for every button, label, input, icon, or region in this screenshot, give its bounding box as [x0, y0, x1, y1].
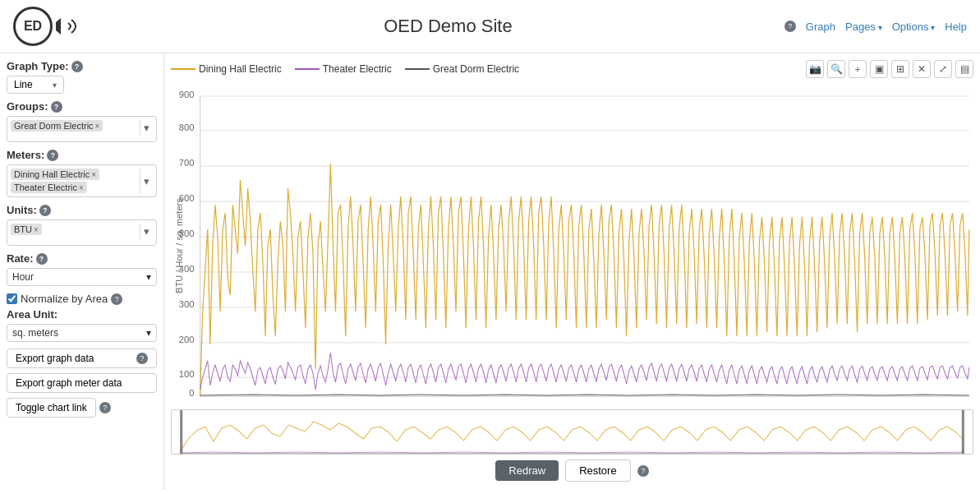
- chart-bottom-btns: Redraw Restore ?: [171, 455, 973, 483]
- chart-help-icon[interactable]: ?: [637, 465, 649, 477]
- graph-help-icon[interactable]: ?: [784, 21, 796, 32]
- svg-text:Jul 2020: Jul 2020: [316, 400, 351, 402]
- logo-body-icon: [56, 18, 64, 35]
- svg-text:Jul 2022: Jul 2022: [889, 400, 923, 402]
- groups-help-icon[interactable]: ?: [51, 101, 62, 113]
- meters-label: Meters: ?: [7, 149, 157, 161]
- unit-tag-0: BTU ×: [11, 224, 42, 235]
- normalize-help-icon[interactable]: ?: [111, 293, 122, 305]
- add-tool-btn[interactable]: ＋: [849, 60, 867, 78]
- area-unit-label: Area Unit:: [7, 308, 157, 321]
- toggle-chart-button[interactable]: Toggle chart link: [7, 398, 96, 418]
- help-link[interactable]: Help: [945, 21, 967, 33]
- legend-item-2: Great Dorm Electric: [405, 63, 519, 75]
- meters-help-icon[interactable]: ?: [47, 150, 58, 161]
- options-label[interactable]: Options: [892, 21, 936, 33]
- pan-tool-btn[interactable]: ⊞: [891, 60, 909, 78]
- logo-text: ED: [24, 19, 42, 34]
- groups-select-row: Great Dorm Electric × ▾: [11, 120, 153, 136]
- chart-wrapper: 900 800 700 600 500 400 300 200 100 0 BT…: [171, 81, 973, 483]
- rate-select[interactable]: Hour ▾: [7, 268, 157, 286]
- logo-waves: [67, 16, 81, 36]
- groups-label: Groups: ?: [7, 100, 157, 113]
- units-chevron[interactable]: ▾: [140, 224, 153, 239]
- redraw-button[interactable]: Redraw: [495, 460, 559, 481]
- meters-select[interactable]: Dining Hall Electric × Theater Electric …: [7, 164, 157, 197]
- main-content: Graph Type: ? Line Groups: ? Great Dorm …: [0, 53, 980, 490]
- meter-tag-label-0: Dining Hall Electric: [14, 169, 90, 179]
- svg-text:Jan 2020: Jan 2020: [182, 400, 219, 402]
- legend-label-2: Great Dorm Electric: [433, 63, 519, 75]
- speaker-waves-icon: [67, 16, 81, 36]
- reset-tool-btn[interactable]: ✕: [913, 60, 931, 78]
- units-label: Units: ?: [7, 204, 157, 216]
- zoom-tool-btn[interactable]: 🔍: [827, 60, 845, 78]
- autoscale-tool-btn[interactable]: ⤢: [934, 60, 952, 78]
- svg-text:800: 800: [179, 122, 195, 132]
- normalize-row: Normalize by Area ?: [7, 293, 157, 305]
- legend-label-0: Dining Hall Electric: [199, 63, 282, 75]
- legend-item-0: Dining Hall Electric: [171, 63, 282, 75]
- units-help-icon[interactable]: ?: [39, 205, 51, 216]
- chart-area: Dining Hall Electric Theater Electric Gr…: [164, 53, 980, 490]
- rate-chevron: ▾: [146, 271, 151, 283]
- legend-line-2: [405, 68, 430, 70]
- group-tag-0: Great Dorm Electric ×: [11, 120, 103, 132]
- svg-rect-29: [180, 410, 182, 455]
- logo-speaker: [56, 16, 81, 36]
- group-tag-remove-0[interactable]: ×: [95, 122, 100, 131]
- rate-label: Rate: ?: [7, 252, 157, 265]
- groups-chevron[interactable]: ▾: [140, 120, 153, 136]
- export-meter-button[interactable]: Export graph meter data: [7, 373, 157, 393]
- legend-item-1: Theater Electric: [295, 63, 392, 75]
- export-graph-button[interactable]: Export graph data ?: [7, 349, 157, 368]
- svg-text:900: 900: [179, 90, 195, 99]
- unit-tag-remove-0[interactable]: ×: [34, 225, 39, 234]
- area-unit-value: sq. meters: [12, 327, 58, 339]
- svg-text:BTU / Hour / sq. meters: BTU / Hour / sq. meters: [174, 198, 184, 293]
- sidebar: Graph Type: ? Line Groups: ? Great Dorm …: [0, 53, 164, 490]
- pages-dropdown[interactable]: Pages: [845, 21, 882, 33]
- legend-label-1: Theater Electric: [323, 63, 392, 75]
- select-tool-btn[interactable]: ▣: [870, 60, 888, 78]
- meters-chevron[interactable]: ▾: [140, 169, 153, 193]
- header-nav: ? Graph Pages Options Help: [784, 21, 967, 33]
- groups-select[interactable]: Great Dorm Electric × ▾: [7, 116, 157, 142]
- units-select[interactable]: BTU × ▾: [7, 219, 157, 246]
- meter-tag-remove-0[interactable]: ×: [91, 170, 96, 179]
- graph-type-section: Graph Type: ? Line: [7, 60, 157, 94]
- svg-text:100: 100: [179, 369, 195, 379]
- groups-tags: Great Dorm Electric ×: [11, 120, 138, 132]
- rate-help-icon[interactable]: ?: [36, 253, 48, 265]
- camera-tool-btn[interactable]: 📷: [806, 60, 824, 78]
- meter-tag-label-1: Theater Electric: [14, 182, 77, 192]
- legend-line-0: [171, 68, 196, 70]
- main-chart: 900 800 700 600 500 400 300 200 100 0 BT…: [171, 81, 973, 406]
- area-unit-chevron: ▾: [146, 327, 151, 339]
- restore-button[interactable]: Restore: [565, 459, 631, 482]
- svg-text:Jan 2021: Jan 2021: [462, 400, 499, 402]
- normalize-checkbox[interactable]: [7, 293, 17, 304]
- svg-text:Jul 2021: Jul 2021: [610, 400, 644, 402]
- graph-type-dropdown[interactable]: Line: [7, 76, 64, 94]
- logo: ED: [13, 7, 112, 46]
- svg-text:700: 700: [179, 158, 195, 168]
- area-unit-select[interactable]: sq. meters ▾: [7, 324, 157, 342]
- graph-link[interactable]: Graph: [806, 21, 835, 33]
- export-graph-help-icon[interactable]: ?: [136, 353, 148, 364]
- unit-tag-label-0: BTU: [14, 224, 32, 234]
- graph-type-help-icon[interactable]: ?: [71, 61, 83, 72]
- pages-label[interactable]: Pages: [845, 21, 882, 33]
- table-tool-btn[interactable]: ▤: [955, 60, 973, 78]
- area-unit-section: Area Unit: sq. meters ▾: [7, 308, 157, 342]
- logo-circle: ED: [13, 7, 53, 46]
- toggle-chart-row: Toggle chart link ?: [7, 398, 157, 418]
- svg-text:0: 0: [189, 388, 194, 398]
- toggle-chart-help-icon[interactable]: ?: [99, 402, 111, 413]
- chart-legend: Dining Hall Electric Theater Electric Gr…: [171, 63, 519, 75]
- options-dropdown[interactable]: Options: [892, 21, 936, 33]
- page-title: OED Demo Site: [112, 16, 784, 37]
- normalize-label: Normalize by Area: [21, 293, 108, 305]
- meter-tag-remove-1[interactable]: ×: [79, 183, 84, 192]
- group-tag-label-0: Great Dorm Electric: [14, 121, 94, 131]
